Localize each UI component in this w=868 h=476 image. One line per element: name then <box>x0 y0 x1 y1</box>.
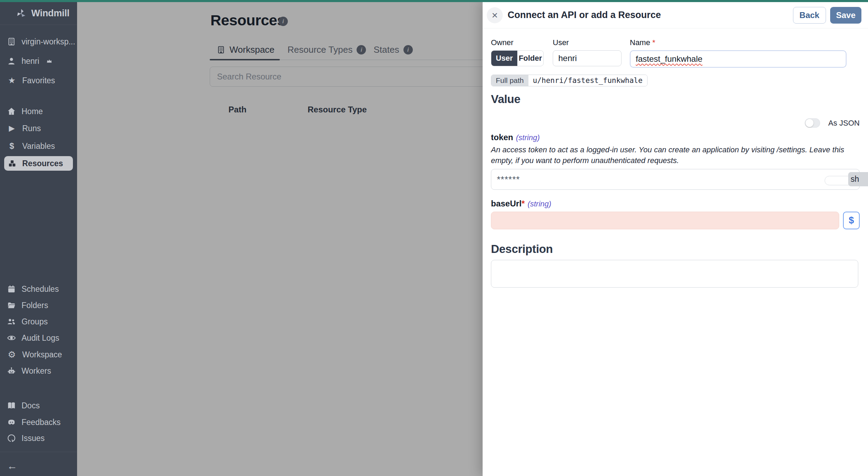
brand-name: Windmill <box>31 8 69 19</box>
owner-toggle: User Folder <box>491 50 544 66</box>
collapse-sidebar-button[interactable]: ← <box>7 459 17 473</box>
dollar-icon: $ <box>7 141 17 151</box>
sidebar: Windmill virgin-worksp... henri ★ Favori… <box>0 2 77 476</box>
owner-option-folder[interactable]: Folder <box>517 51 543 66</box>
user-icon <box>7 57 16 66</box>
groups-label: Groups <box>22 317 48 326</box>
name-field-value: fastest_funkwhale <box>636 54 702 64</box>
insert-variable-button[interactable]: $ <box>843 212 860 229</box>
crown-icon <box>46 58 52 64</box>
value-section-heading: Value <box>491 93 860 106</box>
favorites-label: Favorites <box>22 76 55 85</box>
add-resource-drawer: × Connect an API or add a Resource Back … <box>483 2 868 476</box>
robot-icon <box>7 366 16 375</box>
folders-label: Folders <box>22 301 48 310</box>
docs-label: Docs <box>22 401 40 410</box>
token-masked-value: ****** <box>497 174 520 185</box>
sidebar-item-feedbacks[interactable]: Feedbacks <box>7 416 61 429</box>
play-icon: ▶ <box>7 124 17 133</box>
baseurl-property-label: baseUrl*(string) <box>491 199 860 209</box>
drawer-header: × Connect an API or add a Resource Back … <box>483 2 868 28</box>
full-path-value: u/henri/fastest_funkwhale <box>528 75 647 86</box>
sidebar-item-variables[interactable]: $ Variables <box>7 139 55 153</box>
token-field[interactable]: ****** sh <box>491 169 860 190</box>
show-password-button[interactable]: sh <box>848 172 868 186</box>
sidebar-divider <box>0 452 77 452</box>
workspace-settings-label: Workspace <box>22 350 62 359</box>
github-icon <box>7 434 16 443</box>
back-button[interactable]: Back <box>793 7 826 24</box>
description-textarea[interactable] <box>491 260 858 288</box>
folder-icon <box>7 301 16 310</box>
sidebar-item-folders[interactable]: Folders <box>7 299 48 312</box>
save-button[interactable]: Save <box>830 7 861 24</box>
sidebar-item-issues[interactable]: Issues <box>7 432 44 445</box>
drawer-title: Connect an API or add a Resource <box>508 10 793 20</box>
sidebar-item-docs[interactable]: Docs <box>7 399 40 412</box>
full-path-pill: Full path u/henri/fastest_funkwhale <box>491 75 648 86</box>
schedules-label: Schedules <box>22 284 59 294</box>
book-icon <box>7 401 16 410</box>
workspace-selector-label: virgin-worksp... <box>22 37 75 46</box>
sidebar-item-schedules[interactable]: Schedules <box>7 282 59 296</box>
user-label: User <box>553 38 621 47</box>
toggle-knob <box>806 119 813 127</box>
description-section-heading: Description <box>491 243 860 256</box>
windmill-app: Windmill virgin-worksp... henri ★ Favori… <box>0 0 868 476</box>
token-property-label: token(string) <box>491 133 860 142</box>
workers-label: Workers <box>22 366 51 376</box>
arrow-left-icon: ← <box>7 460 17 472</box>
workspace-selector[interactable]: virgin-worksp... <box>7 35 75 48</box>
discord-icon <box>7 418 16 427</box>
account-username: henri <box>22 57 39 66</box>
drawer-body: Owner User Folder User henri Name * <box>483 28 868 289</box>
feedbacks-label: Feedbacks <box>22 418 61 427</box>
sidebar-item-favorites[interactable]: ★ Favorites <box>7 74 55 87</box>
resources-label: Resources <box>22 159 63 168</box>
baseurl-field[interactable] <box>491 212 839 229</box>
sidebar-item-resources[interactable]: Resources <box>4 156 73 171</box>
gear-icon: ⚙ <box>7 349 17 360</box>
token-description: An access token to act as a logged-in us… <box>491 144 859 166</box>
sidebar-item-groups[interactable]: Groups <box>7 315 48 328</box>
eye-icon <box>7 333 16 342</box>
windmill-logo-icon <box>16 8 26 19</box>
calendar-icon <box>7 284 16 294</box>
as-json-toggle[interactable] <box>805 118 820 128</box>
runs-label: Runs <box>22 124 41 133</box>
baseurl-row: $ <box>491 212 860 229</box>
variables-label: Variables <box>22 142 55 151</box>
sidebar-item-audit-logs[interactable]: Audit Logs <box>7 331 59 345</box>
name-label: Name * <box>630 38 846 47</box>
star-icon: ★ <box>7 76 17 85</box>
account-menu[interactable]: henri <box>7 54 52 68</box>
group-icon <box>7 317 16 326</box>
sidebar-item-home[interactable]: Home <box>7 105 43 118</box>
boxes-icon <box>8 159 17 168</box>
sidebar-item-runs[interactable]: ▶ Runs <box>7 122 41 135</box>
sidebar-item-workspace-settings[interactable]: ⚙ Workspace <box>7 348 62 361</box>
audit-logs-label: Audit Logs <box>22 333 59 343</box>
token-type-annotation: (string) <box>516 133 540 142</box>
home-icon <box>7 107 16 116</box>
building-icon <box>7 37 16 46</box>
owner-label: Owner <box>491 38 544 47</box>
required-asterisk: * <box>652 38 656 47</box>
sidebar-item-workers[interactable]: Workers <box>7 364 51 377</box>
path-form-row: Owner User Folder User henri Name * <box>491 38 860 68</box>
close-drawer-button[interactable]: × <box>487 7 503 23</box>
as-json-row: As JSON <box>491 118 860 128</box>
user-field[interactable]: henri <box>553 50 621 66</box>
top-accent-bar <box>0 0 868 2</box>
name-field[interactable]: fastest_funkwhale <box>630 50 846 68</box>
home-label: Home <box>22 107 43 116</box>
required-asterisk: * <box>521 199 525 208</box>
user-field-value: henri <box>558 53 577 63</box>
full-path-label: Full path <box>491 75 528 86</box>
modal-overlay[interactable] <box>77 2 483 476</box>
baseurl-type-annotation: (string) <box>527 199 551 208</box>
brand: Windmill <box>0 2 77 25</box>
issues-label: Issues <box>22 434 44 443</box>
as-json-label: As JSON <box>828 119 860 128</box>
owner-option-user[interactable]: User <box>491 51 517 66</box>
